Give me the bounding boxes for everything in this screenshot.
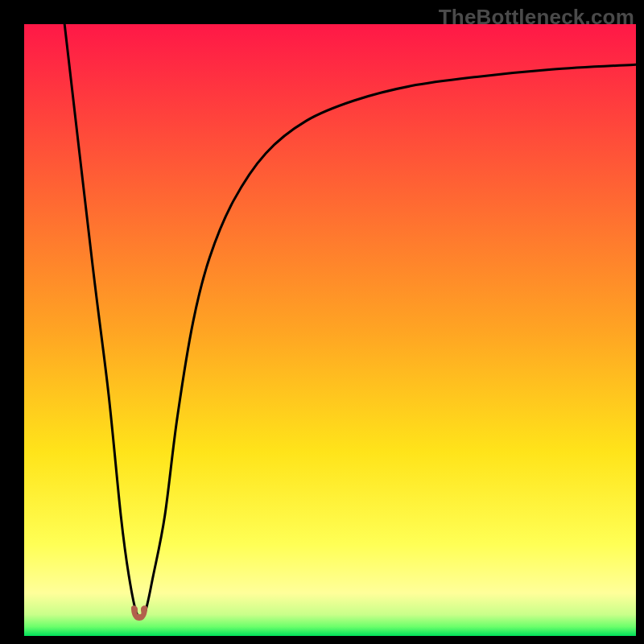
watermark-label: TheBottleneck.com [439,5,634,30]
plot-area [24,24,636,636]
bottleneck-curve [24,24,636,636]
cusp-marker-icon [128,605,151,621]
chart-frame [24,24,636,636]
